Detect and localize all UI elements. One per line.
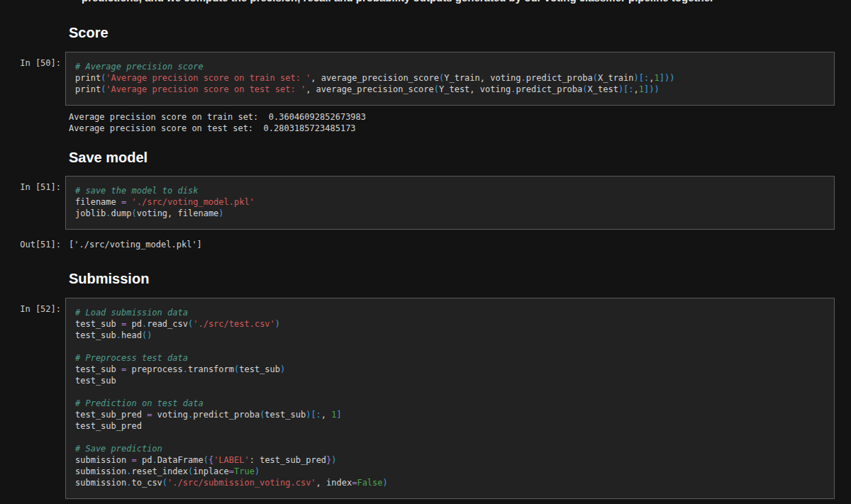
code-token: Y_train, voting [444,73,521,83]
code-token: filename [75,197,121,207]
code-token: pd [126,319,142,329]
code-token: './src/submission_voting.csv' [167,478,316,488]
code-cell-input[interactable]: # Load submission datatest_sub = pd.read… [65,298,835,499]
output-line: ['./src/voting_model.pkl'] [69,239,835,250]
markdown-cell[interactable]: Submission [65,271,835,287]
code-token: . [106,208,111,218]
output-line: Average precision score on train set: 0.… [69,111,835,123]
code-line: test_sub [75,375,825,386]
code-token: to_csv [131,478,162,488]
prompt-gutter: Out[51]: [0,239,65,250]
section-heading: Save model [69,150,835,166]
code-token: . [183,364,188,374]
code-token: transform [188,364,234,374]
code-token: test_sub [75,376,116,386]
code-token: = [131,455,136,465]
code-line: # Load submission data [75,307,825,318]
code-token: joblib [75,208,106,218]
code-token: # Prediction on test data [75,398,204,408]
code-line: # save the model to disk [75,185,825,196]
code-token: # Load submission data [75,308,188,318]
code-token: X_train [598,73,634,83]
cell-row: Submission [0,271,851,287]
code-cell: # save the model to diskfilename = './sr… [65,176,835,230]
code-token: # Save prediction [75,444,162,454]
code-token: submission [75,478,126,488]
code-token: 'Average precision score on train set: ' [106,73,311,83]
code-token: , [321,410,331,420]
code-token: test_sub_pred [75,421,142,431]
code-line: filename = './src/voting_model.pkl' [75,196,825,208]
code-token: './src/voting_model.pkl' [132,197,255,207]
code-token: inplace [193,466,229,476]
code-token: predict_proba [526,73,593,83]
code-token: voting [152,410,188,420]
code-token: ) [275,319,280,329]
code-token: )[: [634,73,650,83]
code-token: ] [337,410,342,420]
code-line: # Average precision score [75,61,825,72]
code-token: test_sub [75,330,116,340]
code-token: ) [218,208,223,218]
code-line [75,341,825,352]
code-token: , index [316,478,352,488]
code-line: print('Average precision score on train … [75,72,825,84]
output-prompt: Out[51]: [0,239,61,250]
code-token: predict_proba [516,84,582,94]
cell-row: In [51]:# save the model to diskfilename… [0,176,851,230]
input-prompt: In [50]: [0,52,61,69]
code-line: # Preprocess test data [75,352,825,364]
markdown-cell[interactable]: Save model [65,150,835,166]
code-token: test_sub [75,364,121,374]
code-editor: # Average precision scoreprint('Average … [75,61,825,95]
code-token: ])) [644,84,660,94]
code-token: : test_sub_pred [250,455,326,465]
cell-row: In [52]:# Load submission datatest_sub =… [0,298,851,499]
code-token: test_sub [265,410,306,420]
code-token: './src/test.csv' [193,319,275,329]
code-token: submission [75,455,131,465]
code-token: test_sub [239,364,280,374]
code-line: test_sub.head() [75,330,825,341]
code-token: . [152,455,157,465]
code-token: () [142,330,152,340]
code-cell-input[interactable]: # save the model to diskfilename = './sr… [65,176,835,230]
code-line: test_sub_pred = voting.predict_proba(tes… [75,409,825,420]
code-token: print [75,84,101,94]
code-token: print [75,73,101,83]
prompt-gutter: In [52]: [0,298,65,315]
code-token: # Preprocess test data [75,353,188,363]
code-token: True [234,466,255,476]
code-token [126,197,131,207]
input-prompt: In [52]: [0,298,61,315]
code-token: preprocess [126,364,182,374]
code-token: ) [255,466,260,476]
code-token: voting, filename [137,208,219,218]
code-line: submission.reset_index(inplace=True) [75,466,825,477]
code-line: print('Average precision score on test s… [75,84,825,95]
code-token: test_sub_pred [75,410,147,420]
notebook-page: predictions, and we compute the precisio… [0,0,851,504]
code-line: test_sub = preprocess.transform(test_sub… [75,364,825,375]
code-token: , average_precision_score [306,84,434,94]
code-token: )[: [618,84,634,94]
code-line: joblib.dump(voting, filename) [75,208,825,219]
code-line [75,432,825,443]
code-cell: # Average precision scoreprint('Average … [65,52,835,106]
code-cell-input[interactable]: # Average precision scoreprint('Average … [65,52,835,106]
code-token: # save the model to disk [75,186,198,196]
code-token: predict_proba [193,410,260,420]
code-token: submission [75,466,126,476]
code-token: 1 [654,73,659,83]
code-cell: # Load submission datatest_sub = pd.read… [65,298,835,499]
markdown-cell[interactable]: Score [65,25,835,41]
code-line: # Prediction on test data [75,398,825,409]
cell-row: Average precision score on train set: 0.… [0,111,851,134]
code-token: 'LABEL' [213,455,250,465]
code-token: . [116,330,121,340]
code-token: pd [137,455,152,465]
code-line: test_sub = pd.read_csv('./src/test.csv') [75,318,825,330]
code-token: ( [582,84,587,94]
code-line: # Save prediction [75,443,825,454]
code-token: # Average precision score [75,62,204,72]
